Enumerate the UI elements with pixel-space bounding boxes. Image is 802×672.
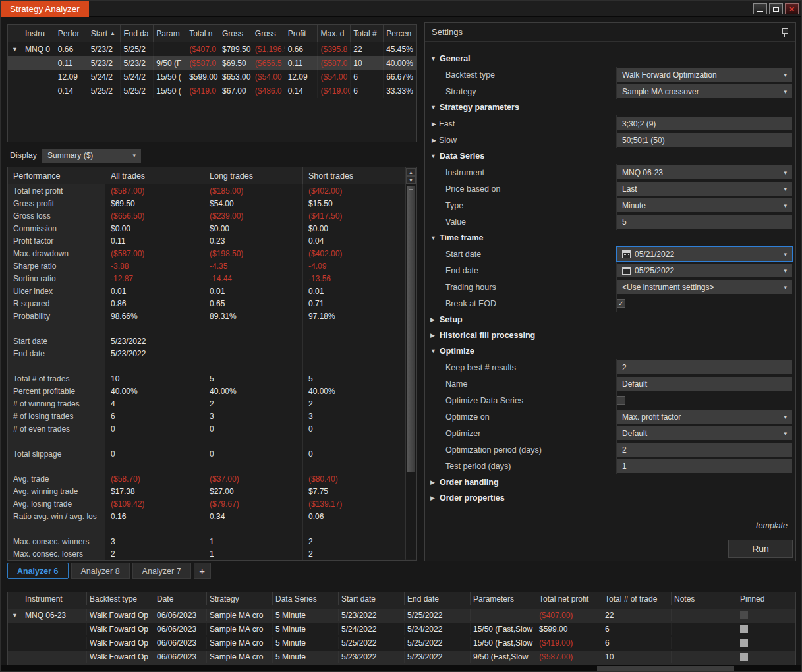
column-header-param[interactable]: Param	[154, 25, 186, 42]
scroll-up-icon[interactable]: ▲	[406, 168, 416, 176]
settings-section-optimize[interactable]: ▼Optimize	[425, 343, 795, 359]
column-header-instru[interactable]: Instru	[22, 25, 55, 42]
chevron-expanded-icon[interactable]: ▼	[430, 55, 440, 62]
tab-analyzer-8[interactable]: Analyzer 8	[71, 563, 130, 579]
expander-icon[interactable]: ▼	[8, 609, 22, 621]
type-select[interactable]: Minute▾	[617, 198, 792, 212]
maximize-button[interactable]	[769, 3, 783, 14]
slow-input[interactable]: 50;50;1 (50)	[617, 133, 792, 147]
optimizer-select[interactable]: Default▾	[617, 426, 792, 440]
tab-analyzer-7[interactable]: Analyzer 7	[132, 563, 191, 579]
column-header-max-d[interactable]: Max. d	[318, 25, 351, 42]
optimize-on-select[interactable]: Max. profit factor▾	[617, 410, 792, 424]
table-row[interactable]: 0.145/25/25/25/215/50 (($419.0$67.00($48…	[8, 84, 416, 98]
strategy-select[interactable]: Sample MA crossover▾	[617, 84, 792, 98]
scrollbar-thumb[interactable]	[407, 186, 415, 472]
chevron-collapsed-icon[interactable]: ▶	[432, 137, 439, 144]
trading-hours-select[interactable]: <Use instrument settings>▾	[617, 280, 792, 294]
title-bar[interactable]: Strategy Analyzer ×	[1, 1, 801, 17]
column-header-total-n[interactable]: Total n	[186, 25, 219, 42]
column-header-parameters[interactable]: Parameters	[471, 592, 536, 605]
table-row[interactable]: Walk Foward Op06/06/2023Sample MA cro5 M…	[8, 651, 795, 665]
horizontal-scrollbar-thumb[interactable]	[597, 666, 734, 671]
settings-section-data-series[interactable]: ▼Data Series	[425, 148, 795, 164]
display-select[interactable]: Summary ($) ▾	[42, 149, 141, 163]
chevron-collapsed-icon[interactable]: ▶	[430, 495, 440, 501]
end-date-picker[interactable]: 05/25/2022▾	[617, 264, 792, 277]
column-header-total-net-profit[interactable]: Total net profit	[536, 592, 602, 605]
horizontal-scrollbar[interactable]	[1, 665, 801, 671]
column-header-profit[interactable]: Profit	[285, 25, 318, 42]
chevron-expanded-icon[interactable]: ▼	[430, 153, 440, 159]
backtest-type-select[interactable]: Walk Forward Optimization▾	[617, 68, 792, 82]
table-row[interactable]: Walk Foward Op06/06/2023Sample MA cro5 M…	[8, 637, 795, 651]
name-input[interactable]: Default	[617, 377, 792, 391]
column-header-short-trades[interactable]: Short trades	[303, 167, 406, 184]
pinned-checkbox[interactable]	[740, 625, 748, 633]
price-based-on-select[interactable]: Last▾	[617, 182, 792, 196]
column-header-instrument[interactable]: Instrument	[22, 592, 87, 605]
column-header-date[interactable]: Date	[154, 592, 207, 605]
column-header-percen[interactable]: Percen	[384, 25, 416, 42]
run-button[interactable]: Run	[728, 540, 793, 558]
column-header-perfor[interactable]: Perfor	[55, 25, 88, 42]
column-header-data-series[interactable]: Data Series	[273, 592, 339, 605]
scroll-down-icon[interactable]: ▼	[406, 176, 416, 184]
column-header-long-trades[interactable]: Long trades	[204, 167, 303, 184]
settings-section-time-frame[interactable]: ▼Time frame	[425, 230, 795, 246]
column-header-start[interactable]: Start▲	[88, 25, 121, 42]
column-header-end-da[interactable]: End da	[121, 25, 154, 42]
chevron-expanded-icon[interactable]: ▼	[430, 104, 440, 111]
settings-section-setup[interactable]: ▶Setup	[425, 312, 795, 327]
settings-section-general[interactable]: ▼General	[425, 51, 795, 67]
column-header-gross[interactable]: Gross	[252, 25, 285, 42]
close-button[interactable]: ×	[785, 3, 799, 14]
table-row[interactable]: ▼MNQ 06-23Walk Foward Op06/06/2023Sample…	[8, 609, 795, 623]
start-date-picker[interactable]: 05/21/2022▾	[617, 247, 792, 261]
table-row[interactable]: 0.115/23/25/23/29/50 (F($587.0$69.50($65…	[8, 56, 416, 70]
column-header-strategy[interactable]: Strategy	[207, 592, 273, 605]
column-header-all-trades[interactable]: All trades	[105, 167, 204, 184]
break-at-eod-checkbox[interactable]: ✓	[617, 299, 625, 308]
settings-section-historical-fill-processing[interactable]: ▶Historical fill processing	[425, 327, 795, 343]
optimization-period-days-input[interactable]: 2	[617, 443, 792, 457]
vertical-scrollbar[interactable]: ▲▼	[405, 168, 416, 559]
value-input[interactable]: 5	[617, 215, 792, 229]
test-period-days-input[interactable]: 1	[617, 459, 792, 473]
pin-icon[interactable]	[781, 28, 789, 37]
keep-best-results-input[interactable]: 2	[617, 360, 792, 374]
column-header-start-date[interactable]: Start date	[339, 592, 405, 605]
column-header-total[interactable]: Total #	[351, 25, 384, 42]
add-tab-button[interactable]: +	[194, 563, 211, 579]
chevron-collapsed-icon[interactable]: ▶	[430, 316, 440, 323]
column-header-gross[interactable]: Gross	[219, 25, 252, 42]
chevron-expanded-icon[interactable]: ▼	[430, 235, 440, 241]
column-header-pinned[interactable]: Pinned	[737, 592, 795, 605]
tab-analyzer-6[interactable]: Analyzer 6	[7, 563, 69, 579]
chevron-collapsed-icon[interactable]: ▶	[430, 479, 440, 486]
column-header-end-date[interactable]: End date	[405, 592, 471, 605]
table-row[interactable]: Walk Foward Op06/06/2023Sample MA cro5 M…	[8, 623, 795, 637]
fast-input[interactable]: 3;30;2 (9)	[617, 117, 792, 130]
column-header-notes[interactable]: Notes	[672, 592, 737, 605]
table-row[interactable]: 12.095/24/25/24/215/50 ($599.00$653.00($…	[8, 70, 416, 84]
template-link[interactable]: template	[756, 521, 788, 530]
table-row[interactable]: ▼MNQ 00.665/23/25/25/2($407.0$789.50($1,…	[8, 42, 416, 56]
minimize-button[interactable]	[753, 3, 767, 14]
chevron-collapsed-icon[interactable]: ▶	[432, 121, 439, 127]
settings-section-strategy-parameters[interactable]: ▼Strategy parameters	[425, 99, 795, 115]
pinned-checkbox[interactable]	[740, 639, 748, 647]
column-header-backtest-type[interactable]: Backtest type	[87, 592, 154, 605]
instrument-select[interactable]: MNQ 06-23▾	[617, 165, 792, 179]
pinned-checkbox[interactable]	[740, 653, 748, 661]
pinned-checkbox[interactable]	[740, 611, 748, 619]
expander-icon[interactable]: ▼	[8, 42, 22, 56]
window-title-tab[interactable]: Strategy Analyzer	[1, 1, 89, 17]
column-header-performance[interactable]: Performance	[8, 167, 105, 184]
optimize-data-series-checkbox[interactable]	[617, 396, 625, 405]
settings-section-order-properties[interactable]: ▶Order properties	[425, 490, 795, 506]
chevron-expanded-icon[interactable]: ▼	[430, 348, 440, 354]
chevron-collapsed-icon[interactable]: ▶	[430, 332, 440, 339]
column-header-total-of-trade[interactable]: Total # of trade	[602, 592, 672, 605]
settings-section-order-handling[interactable]: ▶Order handling	[425, 474, 795, 490]
